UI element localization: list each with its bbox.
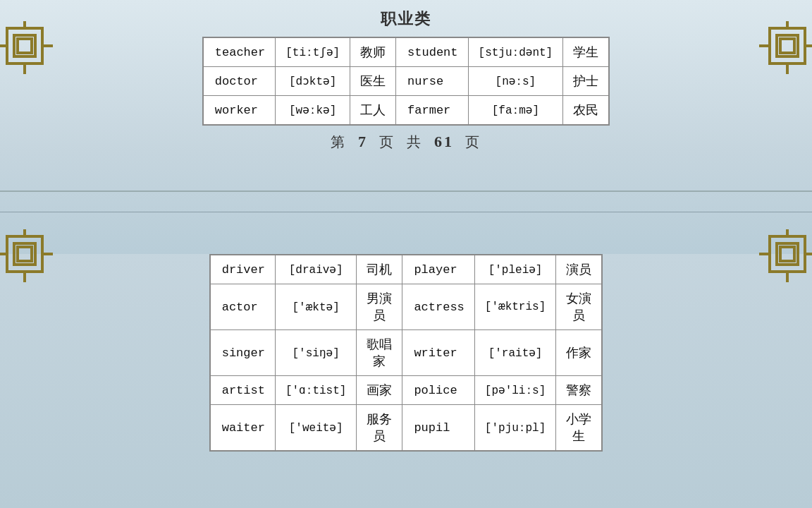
svg-rect-21 (770, 236, 805, 272)
page-indicator: 第 7 页 共 61 页 (0, 126, 812, 159)
table-row: worker[wəːkə]工人farmer[faːmə]农民 (203, 96, 609, 126)
section1-title: 职业类 (0, 0, 812, 37)
divider-line2 (0, 212, 812, 212)
vocab-table-2: driver[draivə]司机player['pleiə]演员actor['æ… (209, 254, 603, 452)
svg-rect-6 (18, 39, 32, 53)
current-page: 7 (358, 133, 368, 150)
corner-bottom-right (734, 229, 812, 307)
corner-top-right (734, 21, 812, 99)
table-row: artist['ɑːtist]画家police[pə'liːs]警察 (210, 376, 603, 405)
total-pages: 61 (434, 133, 454, 150)
table-row: driver[draivə]司机player['pleiə]演员 (210, 255, 603, 284)
svg-rect-20 (18, 247, 32, 261)
svg-rect-13 (780, 39, 794, 53)
divider-line (0, 190, 812, 192)
svg-rect-0 (7, 28, 42, 64)
svg-rect-7 (770, 28, 805, 64)
svg-rect-14 (7, 236, 42, 272)
table-row: waiter['weitə]服务 员pupil['pjuːpl]小学 生 (210, 405, 603, 452)
corner-top-left (0, 21, 78, 99)
table-row: teacher[tiːtʃə]教师student[stjuːdənt]学生 (203, 37, 609, 67)
corner-bottom-left (0, 229, 78, 307)
table-row: singer['siŋə]歌唱 家writer['raitə]作家 (210, 330, 603, 376)
table-row: actor['æktə]男演 员actress['æktris]女演 员 (210, 284, 603, 330)
vocab-table-1: teacher[tiːtʃə]教师student[stjuːdənt]学生doc… (202, 37, 610, 126)
section-bottom: driver[draivə]司机player['pleiə]演员actor['æ… (0, 215, 812, 508)
section-top: 职业类 teacher[tiːtʃə]教师student[stjuːdənt]学… (0, 0, 812, 194)
table-row: doctor[dɔktə]医生nurse[nəːs]护士 (203, 67, 609, 96)
svg-rect-27 (780, 247, 794, 261)
title-text: 职业类 (381, 10, 431, 28)
